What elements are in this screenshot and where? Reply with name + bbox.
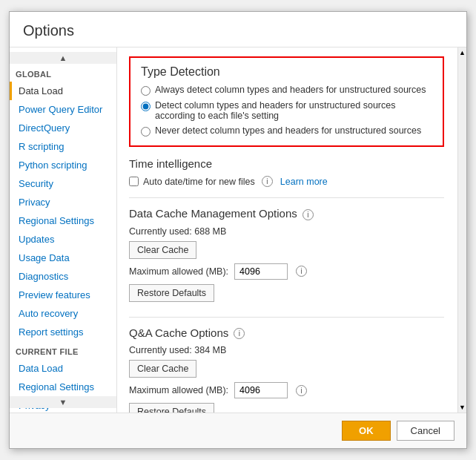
qa-cache-max-row: Maximum allowed (MB): i bbox=[129, 382, 444, 398]
radio-always-input[interactable] bbox=[141, 86, 151, 96]
divider-2 bbox=[129, 317, 444, 318]
data-cache-used: Currently used: 688 MB bbox=[129, 226, 444, 237]
type-detection-section: Type Detection Always detect column type… bbox=[129, 56, 444, 147]
sidebar-item-diagnostics[interactable]: Diagnostics bbox=[10, 267, 116, 286]
sidebar-item-regional-settings-current[interactable]: Regional Settings bbox=[10, 378, 116, 396]
learn-more-link[interactable]: Learn more bbox=[280, 177, 328, 187]
sidebar-item-auto-recovery-global[interactable]: Auto recovery bbox=[10, 304, 116, 323]
sidebar-item-directquery[interactable]: DirectQuery bbox=[10, 119, 116, 137]
qa-cache-section: Q&A Cache Options i Currently used: 384 … bbox=[129, 326, 444, 413]
sidebar-item-regional-settings-global[interactable]: Regional Settings bbox=[10, 211, 116, 230]
data-cache-title: Data Cache Management Options i bbox=[129, 207, 444, 222]
qa-cache-clear-button[interactable]: Clear Cache bbox=[129, 360, 196, 378]
content-scrollbar: ▲ ▼ bbox=[457, 47, 466, 413]
type-detection-radio-group: Always detect column types and headers f… bbox=[141, 85, 432, 137]
radio-never[interactable]: Never detect column types and headers fo… bbox=[141, 125, 432, 137]
radio-per-file-input[interactable] bbox=[141, 102, 151, 111]
radio-always-label: Always detect column types and headers f… bbox=[155, 85, 426, 95]
sidebar-item-r-scripting[interactable]: R scripting bbox=[10, 137, 116, 156]
data-cache-max-label: Maximum allowed (MB): bbox=[129, 266, 228, 277]
sidebar-scroll-down[interactable]: ▼ bbox=[10, 396, 116, 408]
sidebar-item-power-query-editor[interactable]: Power Query Editor bbox=[10, 100, 116, 119]
auto-datetime-info-icon: i bbox=[262, 176, 273, 187]
sidebar-item-privacy-global[interactable]: Privacy bbox=[10, 193, 116, 211]
data-cache-max-info-icon: i bbox=[296, 266, 307, 277]
radio-never-input[interactable] bbox=[141, 127, 151, 137]
data-cache-max-row: Maximum allowed (MB): i bbox=[129, 263, 444, 280]
data-cache-clear-button[interactable]: Clear Cache bbox=[129, 241, 196, 259]
sidebar-scroll-up[interactable]: ▲ bbox=[10, 52, 116, 64]
qa-cache-max-info-icon: i bbox=[296, 385, 307, 396]
global-section-label: GLOBAL bbox=[10, 64, 116, 82]
sidebar-item-python-scripting[interactable]: Python scripting bbox=[10, 156, 116, 174]
options-dialog: Options ▲ GLOBAL Data Load Power Query E… bbox=[9, 11, 467, 449]
time-intelligence-title: Time intelligence bbox=[129, 157, 444, 171]
sidebar-item-usage-data[interactable]: Usage Data bbox=[10, 249, 116, 267]
data-cache-max-input[interactable] bbox=[234, 263, 288, 280]
cancel-button[interactable]: Cancel bbox=[397, 421, 454, 441]
ok-button[interactable]: OK bbox=[342, 421, 391, 441]
qa-cache-title-text: Q&A Cache Options bbox=[129, 326, 228, 339]
content-scroll-down[interactable]: ▼ bbox=[458, 402, 466, 413]
qa-cache-title: Q&A Cache Options i bbox=[129, 326, 444, 341]
qa-cache-max-label: Maximum allowed (MB): bbox=[129, 385, 228, 395]
radio-always[interactable]: Always detect column types and headers f… bbox=[141, 85, 432, 96]
data-cache-section: Data Cache Management Options i Currentl… bbox=[129, 207, 444, 306]
qa-cache-used: Currently used: 384 MB bbox=[129, 345, 444, 355]
time-intelligence-section: Time intelligence Auto date/time for new… bbox=[129, 157, 444, 187]
sidebar: ▲ GLOBAL Data Load Power Query Editor Di… bbox=[10, 47, 117, 413]
data-cache-title-text: Data Cache Management Options bbox=[129, 207, 297, 220]
auto-datetime-checkbox[interactable] bbox=[129, 177, 139, 186]
sidebar-item-data-load-current[interactable]: Data Load bbox=[10, 359, 116, 378]
type-detection-title: Type Detection bbox=[141, 65, 432, 79]
data-cache-info-icon: i bbox=[303, 209, 314, 220]
radio-never-label: Never detect column types and headers fo… bbox=[155, 125, 421, 136]
qa-cache-max-input[interactable] bbox=[234, 382, 288, 398]
sidebar-item-report-settings[interactable]: Report settings bbox=[10, 323, 116, 341]
qa-cache-restore-button[interactable]: Restore Defaults bbox=[129, 403, 214, 413]
dialog-body: ▲ GLOBAL Data Load Power Query Editor Di… bbox=[10, 47, 466, 413]
dialog-footer: OK Cancel bbox=[10, 413, 466, 448]
content-scroll-up[interactable]: ▲ bbox=[458, 47, 466, 58]
time-intelligence-row: Auto date/time for new files i Learn mor… bbox=[129, 176, 444, 187]
divider-1 bbox=[129, 197, 444, 198]
scroll-down-icon: ▼ bbox=[59, 398, 67, 407]
sidebar-item-data-load-global[interactable]: Data Load bbox=[10, 82, 116, 100]
qa-cache-info-icon: i bbox=[234, 328, 245, 339]
sidebar-item-security[interactable]: Security bbox=[10, 174, 116, 193]
auto-datetime-label: Auto date/time for new files bbox=[143, 177, 255, 187]
data-cache-restore-button[interactable]: Restore Defaults bbox=[129, 284, 214, 302]
radio-per-file-label: Detect column types and headers for unst… bbox=[155, 100, 432, 121]
current-file-section-label: CURRENT FILE bbox=[10, 341, 116, 359]
dialog-title: Options bbox=[10, 12, 466, 47]
main-content: Type Detection Always detect column type… bbox=[117, 47, 457, 413]
sidebar-item-updates[interactable]: Updates bbox=[10, 230, 116, 249]
scroll-up-icon: ▲ bbox=[59, 53, 67, 62]
sidebar-item-preview-features[interactable]: Preview features bbox=[10, 286, 116, 304]
radio-per-file[interactable]: Detect column types and headers for unst… bbox=[141, 100, 432, 121]
